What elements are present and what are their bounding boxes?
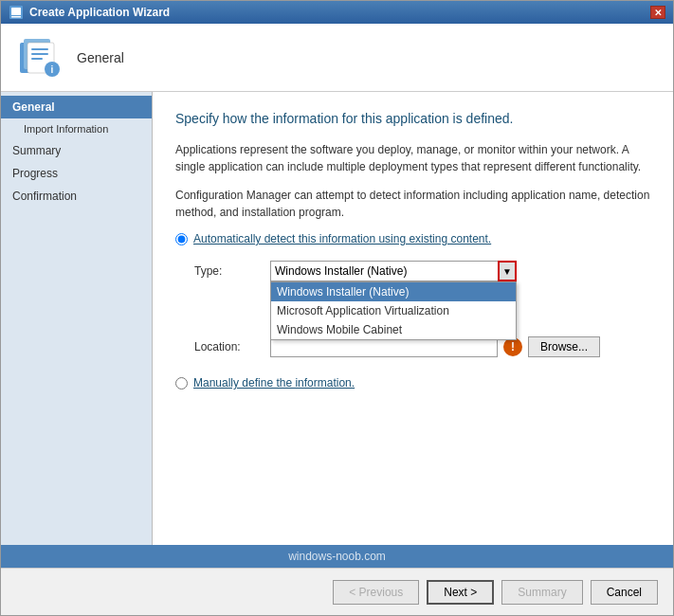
manual-define-radio[interactable] (175, 377, 188, 390)
description1: Applications represent the software you … (175, 141, 650, 175)
type-select-container: Windows Installer (Native) ▼ Windows Ins… (270, 261, 517, 281)
auto-detect-label: Automatically detect this information us… (193, 232, 491, 245)
dropdown-item-0[interactable]: Windows Installer (Native) (271, 282, 516, 301)
dropdown-item-1[interactable]: Microsoft Application Virtualization (271, 301, 516, 320)
type-display[interactable]: Windows Installer (Native) (270, 261, 517, 281)
cancel-button[interactable]: Cancel (591, 580, 658, 605)
header-section-title: General (77, 50, 124, 65)
type-value: Windows Installer (Native) (275, 264, 407, 278)
sidebar-item-general[interactable]: General (1, 96, 152, 118)
watermark-text: windows-noob.com (288, 550, 386, 563)
svg-rect-2 (11, 16, 21, 18)
svg-rect-8 (31, 58, 43, 60)
svg-rect-7 (31, 53, 48, 55)
auto-detect-radio[interactable] (175, 233, 188, 245)
sidebar-item-progress[interactable]: Progress (1, 162, 152, 185)
wizard-icon (9, 5, 24, 20)
footer: < Previous Next > Summary Cancel (1, 568, 673, 615)
summary-button[interactable]: Summary (501, 580, 582, 605)
dropdown-item-2[interactable]: Windows Mobile Cabinet (271, 320, 516, 339)
content-heading: Specify how the information for this app… (175, 111, 650, 126)
wizard-window: Create Application Wizard ✕ i General Ge… (0, 0, 674, 616)
next-button[interactable]: Next > (427, 580, 494, 605)
type-label: Type: (194, 264, 270, 278)
title-bar: Create Application Wizard ✕ (1, 1, 673, 24)
sidebar: General Import Information Summary Progr… (1, 92, 153, 545)
close-button[interactable]: ✕ (650, 6, 665, 19)
description2: Configuration Manager can attempt to det… (175, 187, 650, 221)
title-bar-left: Create Application Wizard (9, 5, 170, 20)
type-row: Type: Windows Installer (Native) ▼ Windo… (194, 261, 650, 281)
svg-text:i: i (51, 64, 54, 75)
svg-rect-6 (31, 48, 48, 50)
auto-detect-option: Automatically detect this information us… (175, 232, 650, 245)
auto-detect-label-underlined: Automatically detect this information us… (193, 232, 491, 245)
type-dropdown-button[interactable]: ▼ (498, 261, 517, 281)
manual-define-option: Manually define the information. (175, 376, 650, 390)
type-dropdown-list: Windows Installer (Native) Microsoft App… (270, 281, 517, 340)
svg-rect-1 (11, 8, 21, 15)
browse-button[interactable]: Browse... (528, 336, 600, 357)
header-icon: i (16, 35, 62, 81)
sidebar-item-import-information[interactable]: Import Information (1, 118, 152, 139)
sidebar-item-summary[interactable]: Summary (1, 139, 152, 162)
manual-define-label: Manually define the information. (193, 376, 355, 390)
content-area: Specify how the information for this app… (153, 92, 673, 545)
window-title: Create Application Wizard (29, 6, 170, 19)
main-content: General Import Information Summary Progr… (1, 92, 673, 545)
prev-button[interactable]: < Previous (333, 580, 419, 605)
header-area: i General (1, 24, 673, 92)
watermark-bar: windows-noob.com (1, 545, 673, 568)
sidebar-item-confirmation[interactable]: Confirmation (1, 185, 152, 208)
location-label: Location: (194, 340, 270, 353)
location-warning-icon: ! (503, 337, 522, 356)
